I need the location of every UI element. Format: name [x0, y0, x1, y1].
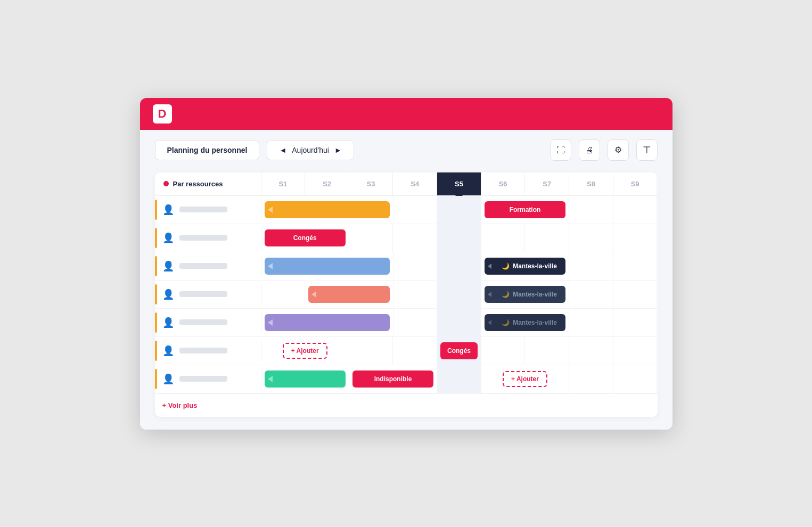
nav-label: Aujourd'hui	[292, 146, 329, 154]
grid-header: Par ressources S1 S2 S3 S4 S5 S6 S7 S8 S…	[155, 172, 658, 196]
cell-row2-s9	[613, 224, 658, 252]
col-header-s3: S3	[349, 172, 393, 195]
nav-next-icon[interactable]: ►	[334, 146, 342, 154]
row-left-1: 👤	[155, 200, 261, 220]
cell-row7-s3s4: Indisponible	[349, 365, 437, 393]
bar-orange	[265, 201, 390, 218]
bar-purple	[265, 314, 390, 331]
user-icon: 👤	[162, 289, 174, 300]
cell-row2-s3	[349, 224, 393, 252]
row-left-6: 👤	[155, 341, 261, 361]
notch-icon	[268, 207, 273, 213]
bar-teal	[265, 370, 346, 388]
conges-bar-row6: Congés	[440, 342, 478, 359]
cell-row1-s4	[393, 196, 438, 224]
cell-row5-s8	[569, 309, 613, 336]
settings-icon: ⚙	[614, 145, 622, 155]
cell-row5-s1s3	[261, 309, 393, 336]
indisponible-bar: Indisponible	[352, 370, 433, 388]
cell-row2-s8	[569, 224, 613, 252]
cell-row1-s6s7: Formation	[481, 196, 569, 224]
cell-row3-s5	[437, 252, 481, 280]
cell-row4-s1	[261, 281, 306, 308]
cell-row3-s8	[569, 252, 613, 280]
name-placeholder	[179, 207, 227, 212]
cell-row4-s2s3	[305, 281, 393, 308]
bar-blue	[265, 258, 390, 275]
row-left-7: 👤	[155, 369, 261, 389]
location-label: Mantes-la-ville	[513, 291, 557, 298]
cell-row5-s5	[437, 309, 481, 336]
col-header-s1: S1	[261, 172, 306, 195]
row-accent	[155, 284, 157, 304]
row-accent	[155, 369, 157, 389]
bar-dark-dim-mantes: 🌙 Mantes-la-ville	[485, 286, 565, 303]
notch-icon	[488, 320, 491, 325]
name-placeholder	[179, 291, 227, 297]
table-row: 👤 🌙 Mantes-la-ville	[155, 252, 658, 281]
notch-icon	[268, 263, 273, 269]
cell-row4-s5	[437, 281, 481, 308]
col-header-s4: S4	[393, 172, 437, 195]
cell-row3-s1s3	[261, 252, 393, 280]
cell-row6-s3	[349, 337, 393, 365]
cell-row1-s9	[613, 196, 658, 224]
fullscreen-button[interactable]: ⛶	[550, 139, 571, 161]
nav-today[interactable]: ◄ Aujourd'hui ►	[267, 140, 354, 160]
name-placeholder	[179, 235, 227, 241]
cell-row2-s6	[481, 224, 526, 252]
planning-grid: Par ressources S1 S2 S3 S4 S5 S6 S7 S8 S…	[155, 172, 658, 417]
row-left-3: 👤	[155, 256, 261, 276]
row-left-2: 👤	[155, 228, 261, 248]
location-label: Mantes-la-ville	[513, 319, 557, 326]
table-row: 👤 🌙 Mantes-	[155, 281, 658, 309]
fullscreen-icon: ⛶	[556, 145, 565, 155]
filter-icon: ⊤	[643, 144, 651, 156]
cell-row4-s6s7: 🌙 Mantes-la-ville	[481, 281, 569, 308]
name-placeholder	[179, 376, 227, 382]
cell-row2-s5	[437, 224, 481, 252]
app-body: Planning du personnel ◄ Aujourd'hui ► ⛶ …	[140, 130, 672, 430]
col-header-s2: S2	[305, 172, 349, 195]
toolbar: Planning du personnel ◄ Aujourd'hui ► ⛶ …	[155, 139, 658, 161]
name-placeholder	[179, 319, 227, 325]
cell-row7-s5	[437, 365, 481, 393]
cell-row6-s6	[481, 337, 526, 365]
cell-row6-s7	[525, 337, 569, 365]
row-accent	[155, 256, 157, 276]
notch-icon	[488, 292, 491, 297]
cell-row7-s8	[569, 365, 613, 393]
cell-row7-s6s7[interactable]: + Ajouter	[481, 365, 569, 393]
cell-row6-s1s2[interactable]: + Ajouter	[261, 337, 349, 365]
moon-icon: 🌙	[502, 291, 510, 298]
bar-salmon	[308, 286, 389, 303]
user-icon: 👤	[162, 204, 174, 216]
settings-button[interactable]: ⚙	[608, 139, 629, 161]
table-row: 👤 🌙 Mantes-la-ville	[155, 309, 658, 337]
print-button[interactable]: 🖨	[579, 139, 600, 161]
table-row: 👤 Formation	[155, 196, 658, 224]
notch-icon	[488, 264, 491, 269]
name-placeholder	[179, 263, 227, 269]
notch-icon	[268, 376, 273, 382]
filter-button[interactable]: ⊤	[636, 139, 658, 161]
app-header: D	[140, 98, 672, 130]
nav-prev-icon[interactable]: ◄	[279, 146, 286, 154]
planning-title-button[interactable]: Planning du personnel	[155, 140, 260, 160]
user-icon: 👤	[162, 373, 174, 385]
add-button-row6[interactable]: + Ajouter	[283, 343, 327, 359]
moon-icon: 🌙	[502, 319, 510, 326]
bar-dark-mantes: 🌙 Mantes-la-ville	[485, 258, 565, 275]
add-button-row7[interactable]: + Ajouter	[503, 371, 547, 387]
cell-row2-s7	[525, 224, 569, 252]
user-icon: 👤	[162, 317, 174, 328]
user-icon: 👤	[162, 232, 174, 244]
cell-row6-s5: Congés	[437, 337, 481, 365]
notch-icon	[268, 319, 273, 326]
conges-bar: Congés	[265, 229, 346, 246]
cell-row2-s4	[393, 224, 437, 252]
cell-row5-s9	[613, 309, 658, 336]
voir-plus[interactable]: + Voir plus	[155, 393, 658, 417]
row-accent	[155, 341, 157, 361]
row-left-5: 👤	[155, 312, 261, 333]
